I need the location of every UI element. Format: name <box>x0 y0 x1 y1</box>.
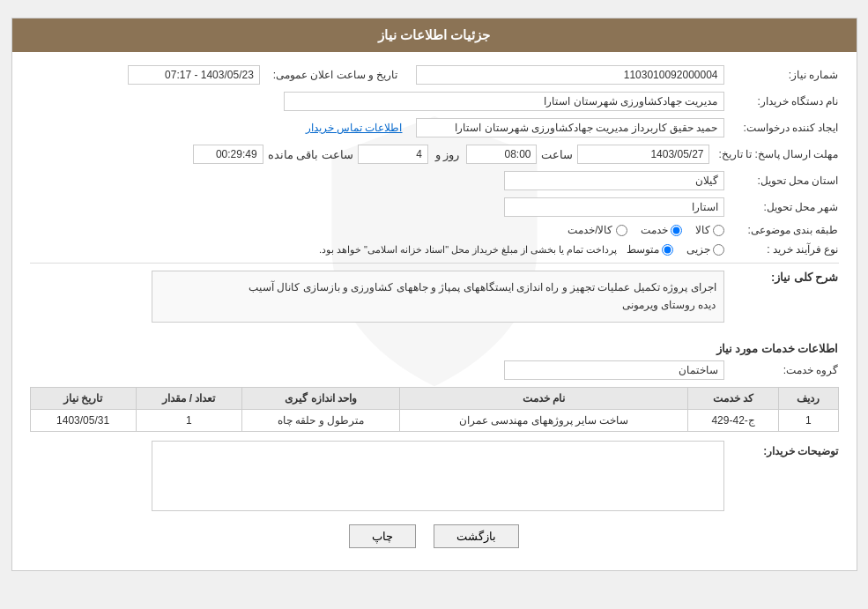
need-number-label: شماره نیاز: <box>724 69 839 81</box>
category-option-kala-khadamat[interactable]: کالا/خدمت <box>568 224 627 236</box>
contact-link[interactable]: اطلاعات تماس خریدار <box>306 122 403 134</box>
group-row: گروه خدمت: ساختمان <box>30 360 839 380</box>
buyer-org-value: مدیریت جهادکشاورزی شهرستان استارا <box>284 92 724 111</box>
cell-unit: مترطول و حلقه چاه <box>241 409 399 431</box>
need-number-row: شماره نیاز: 1103010092000004 تاریخ و ساع… <box>30 65 839 85</box>
col-unit: واحد اندازه گیری <box>241 387 399 409</box>
send-days: 4 <box>358 145 428 164</box>
province-label: استان محل تحویل: <box>724 175 839 187</box>
city-label: شهر محل تحویل: <box>724 201 839 213</box>
group-value: ساختمان <box>504 360 724 380</box>
process-row: نوع فرآیند خرید : جزیی متوسط پرداخت تمام… <box>30 243 839 256</box>
form-content: شماره نیاز: 1103010092000004 تاریخ و ساع… <box>12 52 857 570</box>
description-section: شرح کلی نیاز: اجرای پروژه تکمیل عملیات ت… <box>30 271 839 331</box>
process-note: پرداخت تمام یا بخشی از مبلغ خریداز محل "… <box>319 244 618 256</box>
print-button[interactable]: چاپ <box>349 524 416 548</box>
cell-name: ساخت سایر پروژههای مهندسی عمران <box>400 409 688 431</box>
buyer-org-label: نام دستگاه خریدار: <box>724 95 839 108</box>
cell-code: ج-42-429 <box>687 409 779 431</box>
send-deadline-label: مهلت ارسال پاسخ: تا تاریخ: <box>709 148 838 160</box>
send-date: 1403/05/27 <box>577 145 709 164</box>
city-row: شهر محل تحویل: استارا <box>30 197 839 217</box>
col-row: ردیف <box>779 387 838 409</box>
need-number-value: 1103010092000004 <box>416 65 724 85</box>
group-label: گروه خدمت: <box>724 364 839 376</box>
services-table: ردیف کد خدمت نام خدمت واحد اندازه گیری ت… <box>30 387 839 432</box>
col-code: کد خدمت <box>687 387 779 409</box>
process-radio-motavaset[interactable] <box>662 244 673 256</box>
creator-label: ایجاد کننده درخواست: <box>724 122 839 134</box>
col-quantity: تعداد / مقدار <box>136 387 241 409</box>
province-value: گیلان <box>504 171 724 190</box>
page-title: جزئیات اطلاعات نیاز <box>378 27 490 42</box>
description-title: شرح کلی نیاز: <box>724 271 839 284</box>
cell-quantity: 1 <box>136 409 241 431</box>
creator-row: ایجاد کننده درخواست: حمید حقیق کاربرداز … <box>30 118 839 137</box>
province-row: استان محل تحویل: گیلان <box>30 171 839 190</box>
remaining-time: 00:29:49 <box>193 145 263 164</box>
back-button[interactable]: بازگشت <box>434 524 519 548</box>
send-time-label: ساعت <box>541 148 573 161</box>
announce-value: 1403/05/23 - 07:17 <box>128 65 260 85</box>
table-row: 1ج-42-429ساخت سایر پروژههای مهندسی عمران… <box>30 409 838 431</box>
city-value: استارا <box>504 197 724 217</box>
description-text2: دیده روستای ویرمونی <box>160 296 716 314</box>
category-label: طبقه بندی موضوعی: <box>724 224 839 236</box>
page-header: جزئیات اطلاعات نیاز <box>12 19 857 52</box>
col-date: تاریخ نیاز <box>30 387 136 409</box>
remaining-time-label: ساعت باقی مانده <box>268 148 353 161</box>
send-days-label: روز و <box>435 148 460 161</box>
process-option-motavaset[interactable]: متوسط <box>627 243 673 256</box>
button-row: بازگشت چاپ <box>30 524 839 548</box>
process-option-jozi[interactable]: جزیی <box>686 243 724 256</box>
category-radio-kala[interactable] <box>713 225 724 236</box>
buyer-comment-textarea[interactable] <box>152 441 724 511</box>
category-option-khadamat[interactable]: خدمت <box>641 224 682 236</box>
main-container: جزئیات اطلاعات نیاز شماره نیاز: 11030100… <box>11 18 857 571</box>
category-option-kala[interactable]: کالا <box>695 224 724 236</box>
send-time: 08:00 <box>466 145 537 164</box>
announce-time-label: تاریخ و ساعت اعلان عمومی: <box>264 69 398 81</box>
services-section-title: اطلاعات خدمات مورد نیاز <box>30 342 839 355</box>
category-row: طبقه بندی موضوعی: کالا خدمت کالا/خدمت <box>30 224 839 236</box>
cell-date: 1403/05/31 <box>30 409 136 431</box>
category-radio-kala-khadamat[interactable] <box>616 225 627 236</box>
process-radio-group: جزیی متوسط <box>627 243 724 256</box>
process-radio-jozi[interactable] <box>713 244 724 256</box>
cell-row: 1 <box>779 409 838 431</box>
buyer-comment-label: توضیحات خریدار: <box>724 441 839 457</box>
category-radio-khadamat[interactable] <box>671 225 682 236</box>
category-radio-group: کالا خدمت کالا/خدمت <box>568 224 723 236</box>
send-deadline-row: مهلت ارسال پاسخ: تا تاریخ: 1403/05/27 سا… <box>30 145 839 164</box>
description-box: اجرای پروژه تکمیل عملیات تجهیز و راه اند… <box>152 271 724 323</box>
col-name: نام خدمت <box>400 387 688 409</box>
process-label: نوع فرآیند خرید : <box>724 243 839 256</box>
description-text1: اجرای پروژه تکمیل عملیات تجهیز و راه اند… <box>160 279 716 296</box>
creator-value: حمید حقیق کاربرداز مدیریت جهادکشاورزی شه… <box>416 118 724 137</box>
buyer-org-row: نام دستگاه خریدار: مدیریت جهادکشاورزی شه… <box>30 92 839 111</box>
divider-1 <box>30 263 839 264</box>
buyer-comment-row: توضیحات خریدار: <box>30 441 839 511</box>
